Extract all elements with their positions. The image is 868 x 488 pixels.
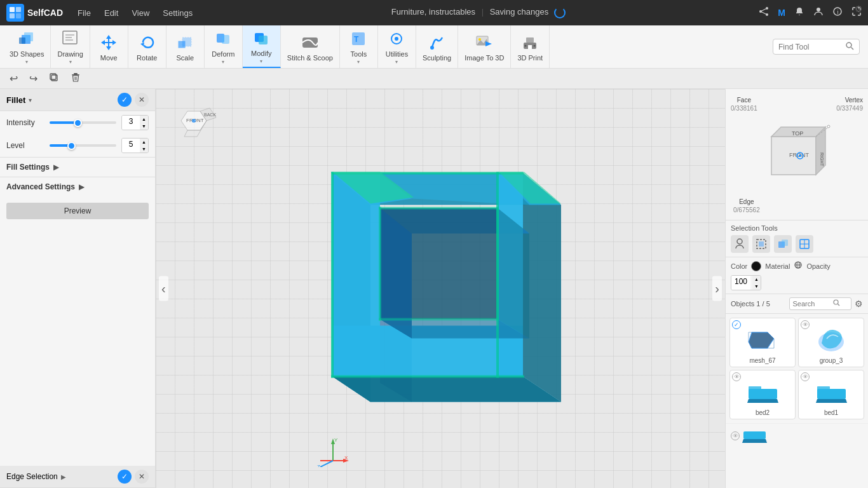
menu-file[interactable]: File	[72, 5, 96, 21]
intensity-value: 3	[122, 116, 140, 130]
level-up-arrow[interactable]: ▲	[140, 139, 148, 146]
toolbar-imageto3d[interactable]: Image To 3D	[458, 25, 511, 68]
canvas-area[interactable]: ‹ › FRONT BACK	[156, 89, 725, 488]
intensity-up-arrow[interactable]: ▲	[140, 116, 148, 123]
object-group3[interactable]: 👁 group_3	[798, 318, 864, 367]
toolbar-3dshapes[interactable]: 3D Shapes ▾	[3, 25, 51, 68]
canvas-nav-right[interactable]: ›	[712, 276, 722, 301]
color-label: Color	[731, 262, 747, 270]
intensity-knob[interactable]	[74, 119, 82, 127]
canvas-nav-left[interactable]: ‹	[159, 276, 168, 301]
toolbar-move[interactable]: Move	[90, 25, 128, 68]
intensity-value-input[interactable]: 3 ▲ ▼	[121, 115, 149, 130]
group3-eye-icon: 👁	[801, 320, 810, 329]
utilities-icon	[386, 29, 407, 49]
svg-point-112	[834, 300, 838, 304]
toolbar-scale-label: Scale	[177, 54, 194, 62]
toolbar-drawing[interactable]: Drawing ▾	[51, 25, 90, 68]
object-search-icon[interactable]	[833, 299, 840, 308]
svg-rect-27	[302, 37, 318, 48]
save-status: Saving changes	[490, 7, 549, 17]
share-icon[interactable]	[759, 6, 769, 19]
opacity-up-arrow[interactable]: ▲	[752, 276, 761, 283]
toolbar-scale[interactable]: Scale	[166, 25, 205, 68]
level-down-arrow[interactable]: ▼	[140, 146, 148, 152]
undo-button[interactable]: ↩	[6, 71, 21, 86]
user-icon[interactable]	[813, 6, 824, 19]
bell-icon[interactable]	[794, 6, 804, 19]
object-search-box	[789, 297, 852, 310]
modify-dropdown-arrow: ▾	[260, 58, 262, 64]
material-icon[interactable]	[794, 261, 803, 271]
toolbar-sculpting[interactable]: Sculpting	[416, 25, 458, 68]
tools-icon: T	[348, 29, 369, 49]
opacity-down-arrow[interactable]: ▼	[752, 283, 761, 290]
group3-thumbnail	[812, 321, 850, 356]
svg-rect-26	[259, 36, 268, 44]
info-icon[interactable]: i	[832, 6, 843, 19]
fill-settings-header[interactable]: Fill Settings ▶	[0, 157, 155, 177]
toolbar-tools[interactable]: T Tools ▾	[340, 25, 378, 68]
preview-button[interactable]: Preview	[6, 203, 149, 219]
advanced-settings-header[interactable]: Advanced Settings ▶	[0, 177, 155, 196]
menu-settings[interactable]: Settings	[158, 5, 198, 21]
selection-mesh-button[interactable]	[796, 235, 813, 253]
svg-marker-80	[379, 318, 499, 321]
svg-point-40	[525, 44, 527, 46]
edge-selection-ok-button[interactable]: ✓	[118, 470, 132, 484]
view-compass-small: FRONT BACK	[168, 98, 219, 151]
intensity-slider[interactable]	[50, 118, 116, 128]
object-search-input[interactable]	[793, 300, 831, 308]
level-value-input[interactable]: 5 ▲ ▼	[121, 138, 149, 153]
toolbar-3dprint[interactable]: 3D Print	[511, 25, 550, 68]
advanced-settings-label: Advanced Settings	[6, 182, 75, 191]
deform-icon	[213, 29, 233, 49]
svg-point-35	[478, 38, 481, 41]
fillet-ok-button[interactable]: ✓	[118, 93, 132, 107]
objects-settings-icon[interactable]: ⚙	[855, 299, 863, 309]
object-bed1[interactable]: 👁 bed1	[798, 370, 864, 419]
edge-info: Edge 0/675562	[733, 198, 760, 214]
svg-rect-47	[72, 74, 79, 76]
toolbar-utilities[interactable]: Utilities ▾	[378, 25, 416, 68]
menu-view[interactable]: View	[126, 5, 154, 21]
edge-selection-cancel-button[interactable]: ✕	[135, 470, 149, 484]
object-bed2[interactable]: 👁 bed2	[729, 370, 796, 419]
redo-button[interactable]: ↪	[26, 71, 41, 86]
toolbar-deform[interactable]: Deform ▾	[205, 25, 243, 68]
find-tool-input[interactable]	[778, 43, 842, 51]
svg-rect-45	[50, 74, 56, 79]
intensity-down-arrow[interactable]: ▼	[140, 123, 148, 130]
svg-line-113	[837, 304, 839, 306]
fillet-dropdown-arrow[interactable]: ▾	[29, 97, 32, 104]
edge-selection-header: Edge Selection ▶ ✓ ✕	[0, 466, 155, 488]
object-mesh67[interactable]: ✓ mesh_67	[729, 318, 796, 367]
group3-name: group_3	[820, 357, 843, 364]
more-object-thumb[interactable]	[742, 426, 863, 445]
delete-button[interactable]	[67, 71, 84, 86]
color-swatch[interactable]	[751, 261, 761, 271]
menu-edit[interactable]: Edit	[99, 5, 123, 21]
opacity-input[interactable]: 100 ▲ ▼	[731, 275, 761, 290]
fillet-actions: ✓ ✕	[118, 93, 149, 107]
fillet-cancel-button[interactable]: ✕	[135, 93, 149, 107]
m-icon[interactable]: M	[778, 8, 785, 18]
level-knob[interactable]	[67, 142, 76, 150]
copy-button[interactable]	[46, 71, 62, 86]
selection-box-button[interactable]	[752, 235, 770, 253]
svg-marker-77	[379, 207, 381, 321]
toolbar-modify[interactable]: Modify ▾	[243, 25, 281, 68]
grid-background: ‹ › FRONT BACK	[156, 89, 725, 488]
selection-face-button[interactable]	[731, 235, 749, 253]
toolbar-stitch[interactable]: Stitch & Scoop	[281, 25, 340, 68]
search-icon[interactable]	[845, 41, 854, 52]
selection-cube-button[interactable]	[774, 235, 792, 253]
move-icon	[98, 32, 119, 53]
toolbar-rotate[interactable]: Rotate	[128, 25, 166, 68]
view-cube[interactable]: FRONT TOP RIGHT	[752, 118, 841, 194]
level-slider[interactable]	[50, 140, 116, 151]
toolbar: 3D Shapes ▾ Drawing ▾ Move Rotate Scale …	[0, 25, 868, 69]
menu-bar: SelfCAD File Edit View Settings Furnitur…	[0, 0, 868, 25]
svg-rect-13	[24, 32, 33, 41]
face-label: Face	[737, 97, 751, 104]
